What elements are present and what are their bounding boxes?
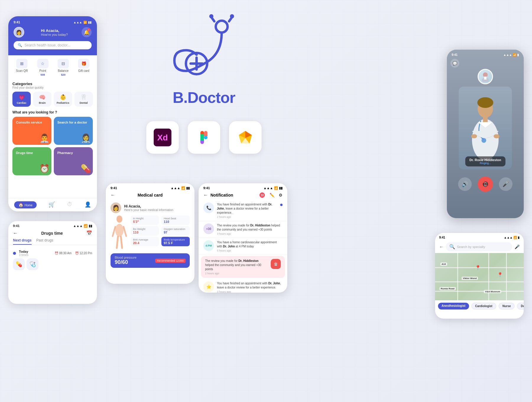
heart-stat: Heart beat 110 [161, 215, 190, 225]
gift-card-action[interactable]: 🎁 Gift card [78, 59, 89, 76]
svg-line-29 [121, 237, 122, 248]
nav-history[interactable]: ⏱ [67, 201, 72, 208]
map-search-input[interactable]: 🔍 Search by specialty [446, 242, 512, 251]
chip-nurse[interactable]: Nurse [499, 303, 515, 309]
drugs-time-card[interactable]: Drugs time ⏰ [12, 147, 51, 175]
map-back-button[interactable]: ← [439, 244, 443, 249]
gift-card-label: Gift card [78, 69, 89, 72]
chip-anesthesiologist[interactable]: Anesthesiologist [438, 303, 469, 309]
greeting: Hi Acacia, How're you today? [41, 28, 68, 36]
nav-home[interactable]: 🏠 Home [14, 201, 37, 208]
notif-swipe-item[interactable]: The review you made for Dr. Hiddleston h… [201, 256, 285, 278]
balance-action[interactable]: ⊟ Balance $20 [58, 59, 69, 76]
phone-body: Categories Find your doctor quickly 💗 Ca… [8, 79, 97, 180]
unread-dot [280, 204, 283, 206]
cardiac-label: Cardiac [17, 101, 26, 104]
consults-title: Consults service [16, 120, 48, 124]
svg-point-6 [209, 14, 213, 18]
heart-val: 110 [164, 220, 187, 223]
map-label-a10: A10 [440, 262, 447, 266]
cardiac-icon: 💗 [18, 94, 25, 100]
dental-icon: 🦷 [80, 94, 87, 100]
drug-times: ⏰ 08:30 Am ⏰ 12:20 Pm [55, 252, 92, 255]
temp-stat: Body temperature 97.5 F [161, 237, 190, 246]
tab-past-drugs[interactable]: Past drugs [36, 238, 53, 245]
end-call-button[interactable]: 📵 [478, 176, 493, 192]
nav-cart[interactable]: 🛒 [48, 201, 55, 208]
notif-time: 9:41 [203, 186, 210, 190]
call-background: 9:41 ▲▲▲ 📶 ▮ 💬 [447, 50, 524, 218]
pharmacy-card[interactable]: Pharmacy 💊 [54, 147, 93, 175]
call-header-icons: 💬 [447, 58, 524, 69]
body-svg [111, 215, 128, 251]
delete-button[interactable]: 🗑 [271, 259, 281, 269]
next-drugs-label: Next drugs [13, 238, 32, 242]
message-button[interactable]: 💬 [450, 59, 459, 68]
balance-label: Balance [58, 69, 69, 72]
call-controls: 🔊 📵 🎤 [458, 176, 512, 192]
scan-qr-label: Scan QR [16, 69, 28, 72]
point-action[interactable]: ☆ Point 508 [37, 59, 48, 76]
calendar-icon[interactable]: 📅 [86, 230, 92, 236]
search-bar[interactable]: 🔍 Search health issue, doctor... [14, 41, 92, 49]
user-avatar: 👩 [14, 27, 24, 38]
notif-battery: ▲▲▲ 📶 ▮▮ [263, 186, 283, 190]
medical-time: 9:41 [111, 186, 117, 190]
svg-rect-17 [200, 134, 204, 137]
clock-icon-1: ⏰ [55, 252, 58, 255]
time-2-value: 12:20 Pm [80, 252, 92, 255]
stethoscope-icon [163, 9, 245, 92]
medical-back-button[interactable]: ← [111, 192, 115, 198]
notif-time-3: 5 hours ago [217, 249, 283, 252]
header-row: 👩 Hi Acacia, How're you today? 🔔 1 [14, 27, 92, 38]
drug-today-row: Today 3 times ⏰ 08:30 Am ⏰ 12:20 Pm [8, 248, 97, 258]
doctor-name: Dr. Roxie Hiddleston [469, 158, 501, 162]
drugs-back-button[interactable]: ← [13, 231, 18, 236]
drugs-status-bar: 9:41 ▲▲▲ 📶 ▮▮ [8, 221, 97, 229]
notif-badge: 10 [259, 192, 265, 198]
dental-label: Dental [80, 101, 88, 104]
consults-service-card[interactable]: Consults service 👨‍💼 [12, 117, 51, 145]
scan-qr-action[interactable]: ⊞ Scan QR [16, 59, 28, 76]
temp-label: Body temperature [164, 238, 187, 241]
tab-next-drugs[interactable]: Next drugs [13, 238, 32, 245]
medical-title: Medical card [118, 193, 182, 197]
spacer [511, 59, 520, 68]
map-area: A10 Viktor Wond Rumia Road V&A Museum 📍 … [435, 253, 524, 300]
chip-dentist[interactable]: Dentist [517, 303, 524, 309]
search-doctor-card[interactable]: Search for a doctor 👩‍⚕️ [54, 117, 93, 145]
notif-text-3: You have a home cardiovascular appointme… [217, 240, 283, 252]
chip-cardiologist[interactable]: Cardiologist [471, 303, 496, 309]
cat-pediatrics[interactable]: 👶 Pediatrics [54, 92, 72, 107]
cat-dental[interactable]: 🦷 Dental [74, 92, 93, 107]
notif-back-button[interactable]: ← [203, 192, 208, 198]
edit-icon[interactable]: ✏️ [270, 193, 275, 197]
status-bar: 9:41 ▲▲▲ 📶 ▮▮ [14, 20, 92, 24]
bp-label: Blood pressure [115, 256, 137, 259]
map-label-rumia: Rumia Road [439, 287, 456, 290]
drugs-header: ← Drugs time 📅 [8, 229, 97, 238]
cat-brain[interactable]: 🧠 Brain [33, 92, 51, 107]
cat-cardiac[interactable]: 💗 Cardiac [12, 92, 31, 107]
mic-icon[interactable]: 🎤 [515, 244, 520, 249]
notif-time-5: 3 hours ago [217, 290, 283, 293]
phone-main: 9:41 ▲▲▲ 📶 ▮▮ 👩 Hi Acacia, How're you to… [8, 16, 97, 211]
speaker-button[interactable]: 🔊 [458, 177, 472, 191]
mute-button[interactable]: 🎤 [499, 177, 512, 191]
phone-drugs: 9:41 ▲▲▲ 📶 ▮▮ ← Drugs time 📅 Next drugs … [8, 221, 97, 304]
clock-icon-2: ⏰ [75, 252, 79, 255]
phone-header: 9:41 ▲▲▲ 📶 ▮▮ 👩 Hi Acacia, How're you to… [8, 16, 97, 55]
home-label: Home [25, 204, 33, 207]
stats-col-right: Heart beat 110 Oxygen saturation 97 Body… [161, 215, 190, 251]
notification-bell[interactable]: 🔔 1 [82, 27, 92, 37]
nav-profile[interactable]: 👤 [85, 201, 91, 208]
road-v-3 [506, 253, 507, 300]
filter-icon[interactable]: ⚙ [279, 193, 283, 197]
oxygen-stat: Oxygen saturation 97 [161, 226, 190, 236]
notif-status-bar: 9:41 ▲▲▲ 📶 ▮▮ [199, 183, 287, 191]
map-pin-2: 📍 [497, 272, 503, 278]
stats-col-left: in Height 5'3" lbs Weight 110 BMI Averag… [131, 215, 159, 251]
svg-point-1 [216, 21, 228, 33]
cardiologist-label: Cardiologist [475, 304, 492, 308]
app-name: B.Doctor [173, 89, 235, 106]
